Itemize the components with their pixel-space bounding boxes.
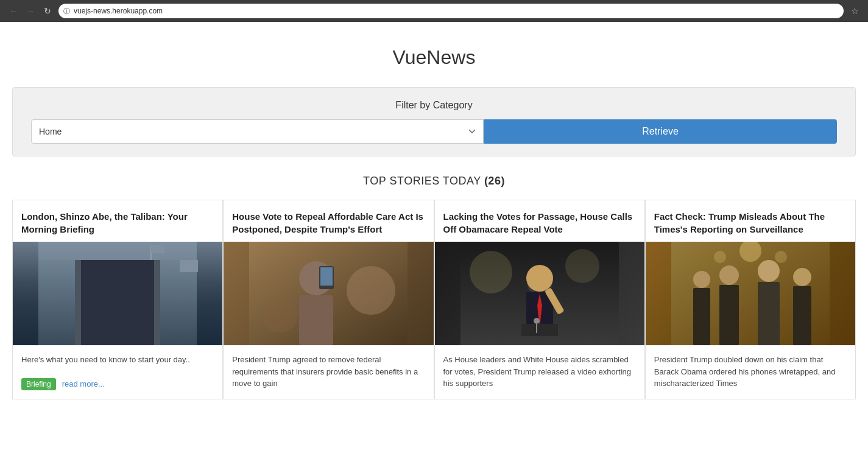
story-card-1: London, Shinzo Abe, the Taliban: Your Mo… xyxy=(12,200,223,399)
svg-rect-11 xyxy=(115,283,125,292)
app-title: VueNews xyxy=(12,46,856,69)
story-card-4-body: President Trump doubled down on his clai… xyxy=(646,345,855,398)
svg-rect-10 xyxy=(99,283,110,292)
filter-label: Filter by Category xyxy=(31,100,837,111)
svg-rect-7 xyxy=(130,269,141,278)
reload-button[interactable]: ↻ xyxy=(41,5,54,17)
stories-header: TOP STORIES TODAY (26) xyxy=(12,175,856,188)
story-card-3-body: As House leaders and White House aides s… xyxy=(435,345,644,398)
svg-rect-19 xyxy=(299,295,333,345)
svg-rect-6 xyxy=(115,269,125,278)
story-card-1-title: London, Shinzo Abe, the Taliban: Your Mo… xyxy=(13,200,222,242)
svg-rect-32 xyxy=(521,324,558,336)
svg-point-33 xyxy=(534,318,540,324)
svg-point-25 xyxy=(470,251,512,293)
svg-point-23 xyxy=(261,297,298,333)
forward-button[interactable]: → xyxy=(24,5,37,17)
svg-rect-5 xyxy=(99,269,110,278)
svg-point-22 xyxy=(347,266,395,315)
svg-point-26 xyxy=(565,249,599,283)
story-card-3: Lacking the Votes for Passage, House Cal… xyxy=(434,200,645,399)
story-card-1-read-more[interactable]: read more... xyxy=(62,379,105,388)
retrieve-button[interactable]: Retrieve xyxy=(484,119,837,144)
lock-icon: ⓘ xyxy=(63,7,70,16)
story-card-1-tag: Briefing xyxy=(21,378,56,390)
page-content: VueNews Filter by Category Home World US… xyxy=(0,22,868,412)
stories-count: (26) xyxy=(484,175,505,187)
svg-rect-4 xyxy=(84,269,95,278)
svg-rect-9 xyxy=(84,283,95,292)
stories-label: TOP STORIES TODAY xyxy=(363,175,481,187)
svg-rect-3 xyxy=(157,260,160,345)
story-card-1-body: Here's what you need to know to start yo… xyxy=(13,345,222,374)
stories-grid: London, Shinzo Abe, the Taliban: Your Mo… xyxy=(12,200,856,399)
story-card-2: House Vote to Repeal Affordable Care Act… xyxy=(223,200,434,399)
story-card-4: Fact Check: Trump Misleads About The Tim… xyxy=(645,200,856,399)
address-bar: ⓘ vuejs-news.herokuapp.com xyxy=(58,4,844,18)
svg-point-28 xyxy=(526,265,553,292)
svg-rect-8 xyxy=(145,269,156,278)
story-card-3-image xyxy=(435,242,644,345)
svg-rect-1 xyxy=(75,260,160,345)
back-button[interactable]: ← xyxy=(7,5,19,17)
svg-rect-12 xyxy=(130,283,141,292)
story-card-4-image xyxy=(646,242,855,345)
svg-rect-16 xyxy=(38,242,197,260)
story-card-1-image xyxy=(13,242,222,345)
filter-section: Filter by Category Home World US Technol… xyxy=(12,87,856,156)
svg-rect-2 xyxy=(75,260,79,345)
story-card-1-footer: Briefing read more... xyxy=(13,374,222,399)
svg-rect-21 xyxy=(320,267,333,286)
browser-chrome: ← → ↻ ⓘ vuejs-news.herokuapp.com ☆ xyxy=(0,0,868,22)
story-card-2-image xyxy=(224,242,433,345)
svg-rect-13 xyxy=(145,283,156,292)
svg-rect-47 xyxy=(671,242,830,345)
filter-controls: Home World US Technology Business Sports… xyxy=(31,119,837,144)
bookmark-button[interactable]: ☆ xyxy=(849,5,861,17)
story-card-4-title: Fact Check: Trump Misleads About The Tim… xyxy=(646,200,855,242)
story-card-3-title: Lacking the Votes for Passage, House Cal… xyxy=(435,200,644,242)
address-text: vuejs-news.herokuapp.com xyxy=(74,7,163,15)
story-card-2-title: House Vote to Repeal Affordable Care Act… xyxy=(224,200,433,242)
category-select[interactable]: Home World US Technology Business Sports… xyxy=(31,119,484,144)
story-card-2-body: President Trump agreed to remove federal… xyxy=(224,345,433,398)
